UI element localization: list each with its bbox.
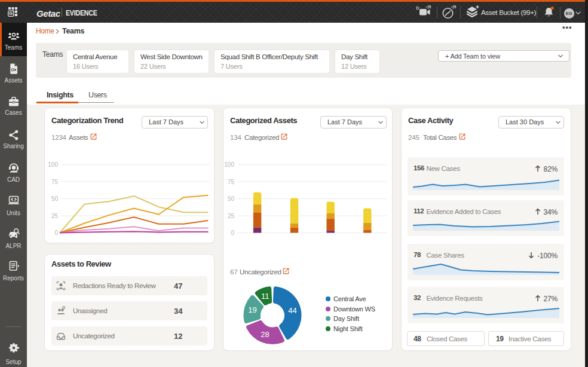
svg-text:19: 19 [248,305,256,314]
svg-text:75: 75 [51,179,59,185]
svg-text:28: 28 [261,330,269,339]
svg-text:25: 25 [51,213,59,219]
svg-text:50: 50 [228,195,235,202]
svg-text:75: 75 [228,179,235,185]
svg-text:100: 100 [224,161,234,168]
svg-text:0: 0 [54,230,58,236]
svg-text:50: 50 [51,195,59,202]
svg-text:44: 44 [288,306,296,315]
svg-text:100: 100 [48,161,58,168]
svg-text:0: 0 [231,230,234,236]
svg-text:11: 11 [261,292,270,301]
svg-text:G: G [9,11,13,16]
svg-text:25: 25 [228,213,235,219]
